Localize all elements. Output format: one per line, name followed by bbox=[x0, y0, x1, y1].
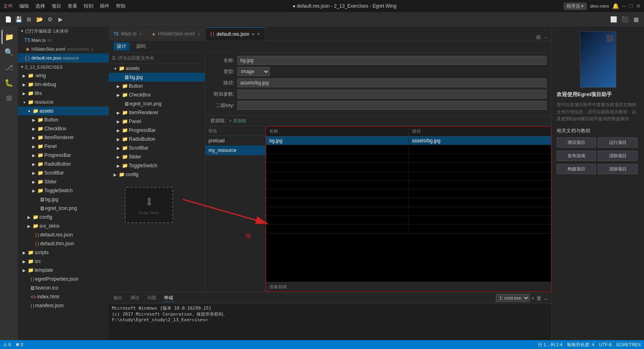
tree-template[interactable]: ▶ 📁 template bbox=[18, 266, 109, 275]
tree-defaultresjson[interactable]: { } default.res.json bbox=[18, 230, 109, 239]
form-path-input[interactable] bbox=[237, 78, 547, 87]
res-tree-assets[interactable]: ▾ 📁 assets bbox=[109, 64, 205, 73]
tree-itemrenderer[interactable]: ▶ 📁 ItemRenderer bbox=[18, 133, 109, 142]
more-tabs-btn[interactable]: ··· bbox=[543, 34, 548, 40]
bell-icon[interactable]: 🔔 bbox=[612, 3, 619, 9]
publish-game-btn[interactable]: 发布游戏 bbox=[557, 151, 596, 161]
terminal-tab-problems[interactable]: 问题 bbox=[146, 294, 158, 302]
tree-libs[interactable]: ▶ 📁 libs bbox=[18, 89, 109, 98]
tree-progressbar[interactable]: ▶ 📁 ProgressBar bbox=[18, 151, 109, 160]
terminal-trash-btn[interactable]: 🗑 bbox=[536, 295, 542, 301]
open-editor-hsliderskin[interactable]: ◈ HSliderSkin.exml resource/eui_s... bbox=[18, 45, 109, 53]
minimize-btn[interactable]: ─ bbox=[622, 3, 626, 9]
tab-maints-close[interactable]: ✕ bbox=[139, 32, 142, 36]
open-editors-header[interactable]: ▾ 已打开编辑器 1未保存 bbox=[18, 27, 109, 36]
tab-defaultres-close[interactable]: ✕ bbox=[257, 32, 260, 36]
res-tree-radiobutton[interactable]: ▶ 📁 RadioButton bbox=[109, 135, 205, 144]
test-project-btn[interactable]: 测试项目 bbox=[557, 138, 596, 148]
res-tree-scrollbar[interactable]: ▶ 📁 ScrollBar bbox=[109, 144, 205, 152]
project-header[interactable]: ▾ 2_13_EXERCISES bbox=[18, 62, 109, 71]
save-btn[interactable]: 💾 bbox=[14, 14, 23, 24]
menu-project[interactable]: 项目 bbox=[52, 3, 61, 10]
activity-debug[interactable]: 🐛 bbox=[2, 76, 16, 90]
tree-indexhtml[interactable]: </> index.html bbox=[18, 292, 109, 301]
resource-table-row-empty-4[interactable] bbox=[266, 172, 551, 181]
tree-src[interactable]: ▶ 📁 src bbox=[18, 257, 109, 266]
tab-hsliderskin[interactable]: ◈ HSliderSkin.exml ✕ bbox=[147, 27, 205, 40]
save-all-btn[interactable]: ⊞ bbox=[24, 14, 34, 24]
terminal-tab-terminal[interactable]: 终端 bbox=[163, 294, 175, 302]
terminal-body[interactable]: Microsoft Windows [版本 10.0.16299.15] (c)… bbox=[109, 304, 551, 340]
clean-project-btn[interactable]: 清除项目 bbox=[598, 151, 637, 161]
res-tree-egreticon[interactable]: 🖼 egret_icon.png bbox=[109, 99, 205, 108]
terminal-add-btn[interactable]: + bbox=[531, 295, 535, 301]
tree-radiobutton[interactable]: ▶ 📁 RadioButton bbox=[18, 160, 109, 168]
menu-plugin[interactable]: 插件 bbox=[100, 3, 109, 10]
tree-bgjpg[interactable]: 🖼 bg.jpg bbox=[18, 195, 109, 204]
tree-checkbox[interactable]: ▶ 📁 CheckBox bbox=[18, 124, 109, 133]
layout-btn-2[interactable]: ⬛ bbox=[620, 14, 630, 24]
tree-egretprops[interactable]: { } egretProperties.json bbox=[18, 275, 109, 283]
res-tree-button[interactable]: ▶ 📁 Button bbox=[109, 82, 205, 90]
tree-resource[interactable]: ▾ 📁 resource bbox=[18, 98, 109, 107]
design-mode-btn[interactable]: 设计 bbox=[114, 42, 130, 51]
tree-manifestjson[interactable]: { } manifest.json bbox=[18, 301, 109, 310]
tree-wing[interactable]: ▶ 📁 .wing bbox=[18, 71, 109, 80]
drop-zone[interactable]: ⬇ Drop Here bbox=[125, 187, 173, 223]
resource-table-row-empty-3[interactable] bbox=[266, 163, 551, 172]
res-tree-panel[interactable]: ▶ 📁 Panel bbox=[109, 117, 205, 126]
resource-table-row-empty-8[interactable] bbox=[266, 207, 551, 216]
res-tree-bgjpg[interactable]: 🖼 bg.jpg bbox=[109, 73, 205, 82]
resource-table-row-empty-2[interactable] bbox=[266, 154, 551, 163]
tree-panel[interactable]: ▶ 📁 Panel bbox=[18, 142, 109, 151]
layout-btn-1[interactable]: ⬜ bbox=[609, 14, 618, 24]
menu-view[interactable]: 查看 bbox=[68, 3, 77, 10]
res-tree-itemrenderer[interactable]: ▶ 📁 ItemRenderer bbox=[109, 108, 205, 117]
clean-project-btn-2[interactable]: 清除项目 bbox=[598, 164, 637, 174]
tree-scrollbar[interactable]: ▶ 📁 ScrollBar bbox=[18, 168, 109, 177]
res-tree-checkbox[interactable]: ▶ 📁 CheckBox bbox=[109, 90, 205, 99]
resource-table-row-empty-5[interactable] bbox=[266, 181, 551, 189]
new-file-btn[interactable]: 📄 bbox=[3, 14, 13, 24]
split-editor-btn[interactable]: ⊞ bbox=[536, 34, 541, 40]
menu-goto[interactable]: 转到 bbox=[84, 3, 93, 10]
form-key2-input[interactable] bbox=[237, 101, 547, 110]
resource-table-row-selected[interactable]: bg.jpg assets/bg.jpg bbox=[266, 136, 551, 145]
tree-scripts[interactable]: ▶ 📁 scripts bbox=[18, 248, 109, 257]
tree-config[interactable]: ▶ 📁 config bbox=[18, 213, 109, 222]
close-btn[interactable]: ✕ bbox=[636, 3, 641, 9]
build-project-btn[interactable]: 构建项目 bbox=[557, 164, 596, 174]
resource-table-row-empty-9[interactable] bbox=[266, 216, 551, 225]
menu-select[interactable]: 选择 bbox=[35, 3, 45, 10]
tree-toggleswitch[interactable]: ▶ 📁 ToggleSwitch bbox=[18, 186, 109, 195]
menu-file[interactable]: 文件 bbox=[3, 3, 13, 10]
layout-btn-3[interactable]: ▦ bbox=[631, 14, 641, 24]
tree-slider[interactable]: ▶ 📁 Slider bbox=[18, 177, 109, 186]
add-group-btn[interactable]: + 添加组 bbox=[229, 118, 246, 124]
tab-maints[interactable]: TS Main.ts ✕ bbox=[109, 27, 147, 40]
res-tree-progressbar[interactable]: ▶ 📁 ProgressBar bbox=[109, 126, 205, 135]
res-tree-config[interactable]: ▶ 📁 config bbox=[109, 170, 205, 179]
menu-help[interactable]: 帮助 bbox=[116, 3, 126, 10]
activity-git[interactable]: ⎇ bbox=[2, 60, 16, 75]
run-btn[interactable]: ▶ bbox=[56, 14, 65, 24]
group-my-resource[interactable]: my_resource bbox=[205, 146, 265, 155]
group-preload[interactable]: preload bbox=[205, 136, 265, 146]
resource-table-row-empty-10[interactable] bbox=[266, 225, 551, 234]
form-extra-input[interactable] bbox=[237, 90, 547, 99]
tree-button[interactable]: ▶ 📁 Button bbox=[18, 115, 109, 124]
tab-hsliderskin-close[interactable]: ✕ bbox=[197, 32, 200, 36]
terminal-tab-output[interactable]: 输出 bbox=[112, 294, 124, 302]
menu-edit[interactable]: 编辑 bbox=[19, 3, 29, 10]
resource-table-row-empty-7[interactable] bbox=[266, 198, 551, 207]
open-editor-main[interactable]: TS Main.ts src bbox=[18, 36, 109, 45]
maximize-btn[interactable]: □ bbox=[630, 3, 633, 9]
run-project-btn[interactable]: 运行项目 bbox=[598, 138, 637, 148]
source-mode-btn[interactable]: 源码 bbox=[133, 42, 149, 51]
form-name-input[interactable] bbox=[237, 56, 547, 65]
tree-egreticonpng[interactable]: 🖼 egret_icon.png bbox=[18, 204, 109, 213]
tab-defaultresjson[interactable]: { } default.res.json ● ✕ bbox=[206, 27, 265, 40]
open-editor-defaultres[interactable]: { } default.res.json resource bbox=[18, 53, 109, 62]
form-type-select[interactable]: image sound text bbox=[237, 67, 270, 76]
activity-search[interactable]: 🔍 bbox=[2, 45, 16, 60]
